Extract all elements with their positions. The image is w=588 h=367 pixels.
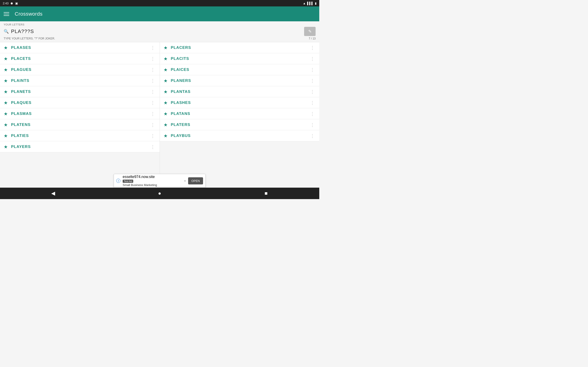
list-item[interactable]: ★ PLAQUES ⋮ xyxy=(0,97,160,108)
star-icon: ★ xyxy=(164,45,168,50)
your-letters-label: YOUR LETTERS xyxy=(4,23,316,26)
wifi-icon: ▲ xyxy=(303,2,306,5)
keyboard-icon: ✎ xyxy=(308,29,312,34)
word-text: PLASMAS xyxy=(11,111,146,116)
star-icon: ★ xyxy=(4,56,8,61)
keyboard-toggle-button[interactable]: ✎ xyxy=(304,27,316,36)
list-item[interactable]: ★ PLAYERS ⋮ xyxy=(0,141,160,152)
more-options-icon[interactable]: ⋮ xyxy=(149,44,156,51)
star-icon: ★ xyxy=(4,133,8,139)
list-item[interactable]: ★ PLAINTS ⋮ xyxy=(0,75,160,86)
list-item[interactable]: ★ PLATENS ⋮ xyxy=(0,119,160,130)
ad-description: Small Business Marketing xyxy=(123,183,182,187)
star-icon: ★ xyxy=(4,111,8,117)
list-item[interactable]: ★ PLACERS ⋮ xyxy=(160,42,320,53)
word-text: PLANERS xyxy=(171,78,306,83)
list-item[interactable]: ★ PLANTAS ⋮ xyxy=(160,86,320,97)
ad-banner: i esselte974.now.site Test Ad Small Busi… xyxy=(114,174,206,188)
word-text: PLACITS xyxy=(171,56,306,61)
list-item[interactable]: ★ PLACITS ⋮ xyxy=(160,53,320,64)
word-text: PLAINTS xyxy=(11,78,146,83)
more-options-icon[interactable]: ⋮ xyxy=(309,44,316,51)
word-text: PLAYERS xyxy=(11,144,146,149)
more-options-icon[interactable]: ⋮ xyxy=(149,77,156,84)
more-options-icon[interactable]: ⋮ xyxy=(149,66,156,73)
more-options-icon[interactable]: ⋮ xyxy=(149,110,156,117)
list-item[interactable]: ★ PLAASES ⋮ xyxy=(0,42,160,53)
more-options-icon[interactable]: ⋮ xyxy=(309,77,316,84)
list-item[interactable]: ★ PLATIES ⋮ xyxy=(0,130,160,141)
hint-text: TYPE YOUR LETTERS. "?" FOR JOKER. xyxy=(4,37,55,40)
star-icon: ★ xyxy=(4,78,8,83)
search-input[interactable] xyxy=(11,28,302,34)
more-options-icon[interactable]: ⋮ xyxy=(149,55,156,62)
word-text: PLATANS xyxy=(171,111,306,116)
list-item[interactable]: ★ PLAICES ⋮ xyxy=(160,64,320,75)
content-area: ★ PLAASES ⋮ ★ PLACETS ⋮ ★ PLAGUES ⋮ ★ PL… xyxy=(0,42,319,192)
word-text: PLAQUES xyxy=(11,100,146,105)
star-icon: ★ xyxy=(164,122,168,127)
word-text: PLATIES xyxy=(11,133,146,138)
ad-open-button[interactable]: OPEN xyxy=(188,177,203,184)
word-text: PLACERS xyxy=(171,45,306,50)
star-icon: ★ xyxy=(164,56,168,61)
more-options-icon[interactable]: ⋮ xyxy=(149,143,156,150)
more-options-icon[interactable]: ⋮ xyxy=(309,88,316,95)
hint-row: TYPE YOUR LETTERS. "?" FOR JOKER. 7 / 13 xyxy=(4,36,316,41)
ad-info-icon: i xyxy=(116,179,120,183)
words-container: ★ PLAASES ⋮ ★ PLACETS ⋮ ★ PLAGUES ⋮ ★ PL… xyxy=(0,42,319,192)
more-options-icon[interactable]: ⋮ xyxy=(309,55,316,62)
battery-icon: ▮ xyxy=(315,2,317,5)
more-options-icon[interactable]: ⋮ xyxy=(309,132,316,140)
time-display: 2:43 xyxy=(3,2,9,5)
more-options-icon[interactable]: ⋮ xyxy=(149,132,156,140)
list-item[interactable]: ★ PLATANS ⋮ xyxy=(160,108,320,119)
more-options-icon[interactable]: ⋮ xyxy=(149,99,156,106)
left-column: ★ PLAASES ⋮ ★ PLACETS ⋮ ★ PLAGUES ⋮ ★ PL… xyxy=(0,42,160,192)
nav-home-button[interactable] xyxy=(153,189,166,198)
list-item[interactable]: ★ PLATERS ⋮ xyxy=(160,119,320,130)
word-text: PLATERS xyxy=(171,123,306,127)
ad-site: esselte974.now.site xyxy=(123,175,182,179)
nav-recent-button[interactable] xyxy=(259,189,273,198)
list-item[interactable]: ★ PLAGUES ⋮ xyxy=(0,64,160,75)
word-text: PLAGUES xyxy=(11,67,146,72)
word-text: PLAICES xyxy=(171,67,306,72)
list-item[interactable]: ★ PLANETS ⋮ xyxy=(0,86,160,97)
ad-close-icon[interactable]: × xyxy=(184,179,186,183)
star-icon: ★ xyxy=(4,45,8,50)
more-options-icon[interactable]: ⋮ xyxy=(149,88,156,95)
app-bar: Crosswords xyxy=(0,6,319,21)
star-icon: ★ xyxy=(164,111,168,117)
list-item[interactable]: ★ PLASMAS ⋮ xyxy=(0,108,160,119)
page-info: 7 / 13 xyxy=(309,37,316,40)
word-text: PLANETS xyxy=(11,90,146,94)
list-item[interactable]: ★ PLASHES ⋮ xyxy=(160,97,320,108)
star-icon: ★ xyxy=(164,67,168,73)
menu-button[interactable] xyxy=(4,12,9,16)
more-options-icon[interactable]: ⋮ xyxy=(309,99,316,106)
star-icon: ★ xyxy=(164,78,168,83)
more-options-icon[interactable]: ⋮ xyxy=(149,121,156,128)
word-text: PLAYBUS xyxy=(171,133,306,138)
search-area: YOUR LETTERS 🔍 ✎ TYPE YOUR LETTERS. "?" … xyxy=(0,21,319,42)
star-icon: ★ xyxy=(164,133,168,139)
star-icon: ★ xyxy=(4,100,8,106)
more-options-icon[interactable]: ⋮ xyxy=(309,110,316,117)
nav-back-button[interactable] xyxy=(46,189,60,198)
record-icon: ⏺ xyxy=(10,2,13,5)
word-text: PLACETS xyxy=(11,56,146,61)
more-options-icon[interactable]: ⋮ xyxy=(309,66,316,73)
more-options-icon[interactable]: ⋮ xyxy=(309,121,316,128)
ad-text-block: esselte974.now.site Test Ad Small Busine… xyxy=(123,175,182,187)
word-text: PLASHES xyxy=(171,100,306,105)
status-right: ▲ ▌▌▌ ▮ xyxy=(303,2,317,5)
word-text: PLATENS xyxy=(11,123,146,127)
list-item[interactable]: ★ PLANERS ⋮ xyxy=(160,75,320,86)
status-bar: 2:43 ⏺ ▣ ▲ ▌▌▌ ▮ xyxy=(0,0,319,6)
list-item[interactable]: ★ PLAYBUS ⋮ xyxy=(160,130,320,141)
search-row: 🔍 ✎ xyxy=(4,27,316,36)
signal-icon: ▌▌▌ xyxy=(307,2,313,5)
sim-icon: ▣ xyxy=(15,2,18,5)
list-item[interactable]: ★ PLACETS ⋮ xyxy=(0,53,160,64)
